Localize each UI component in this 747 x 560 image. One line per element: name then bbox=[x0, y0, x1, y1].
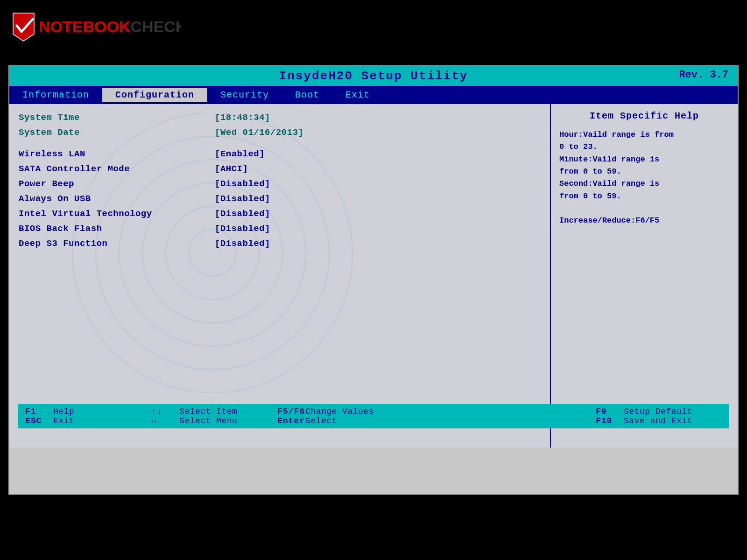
bios-title: InsydeH20 Setup Utility bbox=[279, 69, 468, 83]
sata-controller-label: SATA Controller Mode bbox=[19, 164, 215, 174]
menu-bar[interactable]: Information Configuration Security Boot … bbox=[9, 86, 738, 104]
key-updown: ↑↓ bbox=[151, 407, 179, 416]
system-time-value: [18:48:34] bbox=[215, 112, 270, 123]
help-title: Item Specific Help bbox=[559, 111, 729, 121]
svg-point-5 bbox=[142, 183, 282, 323]
wireless-lan-label: Wireless LAN bbox=[19, 149, 215, 159]
shortcut-row-1: F1 Help ↑↓ Select Item F5/F6 Change Valu… bbox=[25, 407, 722, 416]
bottom-bar: F1 Help ↑↓ Select Item F5/F6 Change Valu… bbox=[18, 404, 729, 428]
desc-save-exit: Save and Exit bbox=[624, 416, 708, 426]
content-area: System Time [18:48:34] System Date [Wed … bbox=[9, 104, 738, 448]
key-f1: F1 bbox=[25, 407, 53, 416]
bios-revision: Rev. 3.7 bbox=[679, 69, 728, 81]
bios-back-flash-value: [Disabled] bbox=[215, 224, 270, 234]
help-second: Second:Vaild range isfrom 0 to 59. bbox=[559, 179, 659, 200]
power-beep-row[interactable]: Power Beep [Disabled] bbox=[19, 179, 541, 189]
key-enter: Enter bbox=[277, 416, 305, 426]
system-date-row[interactable]: System Date [Wed 01/16/2013] bbox=[19, 127, 541, 138]
notebookcheck-logo: NOTEBOOK NOTEBOOKCHECK bbox=[8, 11, 181, 43]
menu-boot[interactable]: Boot bbox=[282, 88, 332, 102]
deep-s3-row[interactable]: Deep S3 Function [Disabled] bbox=[19, 238, 541, 249]
title-bar: InsydeH20 Setup Utility Rev. 3.7 bbox=[9, 66, 738, 86]
svg-point-7 bbox=[189, 230, 236, 276]
desc-setup-default: Setup Default bbox=[624, 407, 708, 416]
system-time-row[interactable]: System Time [18:48:34] bbox=[19, 112, 541, 123]
svg-marker-0 bbox=[13, 13, 34, 41]
desc-exit: Exit bbox=[53, 416, 137, 426]
bios-screen: InsydeH20 Setup Utility Rev. 3.7 Informa… bbox=[8, 65, 739, 495]
logo-area: NOTEBOOK NOTEBOOKCHECK bbox=[8, 8, 186, 46]
left-panel: System Time [18:48:34] System Date [Wed … bbox=[9, 104, 551, 448]
key-f9: F9 bbox=[596, 407, 624, 416]
system-date-value: [Wed 01/16/2013] bbox=[215, 127, 303, 138]
right-panel: Item Specific Help Hour:Vaild range is f… bbox=[551, 104, 738, 448]
desc-change-values: Change Values bbox=[305, 407, 389, 416]
key-f5f6: F5/F6 bbox=[277, 407, 305, 416]
menu-security[interactable]: Security bbox=[207, 88, 282, 102]
sata-controller-row[interactable]: SATA Controller Mode [AHCI] bbox=[19, 164, 541, 174]
desc-select: Select bbox=[305, 416, 389, 426]
always-on-usb-value: [Disabled] bbox=[215, 194, 270, 204]
always-on-usb-row[interactable]: Always On USB [Disabled] bbox=[19, 194, 541, 204]
help-hour: Hour:Vaild range is from0 to 23. bbox=[559, 130, 674, 151]
shortcut-row-2: ESC Exit ↔ Select Menu Enter Select F10 … bbox=[25, 416, 722, 426]
help-increase-reduce: Increase/Reduce:F6/F5 bbox=[559, 216, 659, 225]
system-date-label: System Date bbox=[19, 127, 215, 138]
menu-configuration[interactable]: Configuration bbox=[102, 88, 207, 102]
help-text: Hour:Vaild range is from0 to 23. Minute:… bbox=[559, 129, 729, 227]
menu-information[interactable]: Information bbox=[9, 88, 102, 102]
bios-back-flash-label: BIOS Back Flash bbox=[19, 224, 215, 234]
sata-controller-value: [AHCI] bbox=[215, 164, 248, 174]
desc-help: Help bbox=[53, 407, 137, 416]
power-beep-value: [Disabled] bbox=[215, 179, 270, 189]
intel-vt-row[interactable]: Intel Virtual Technology [Disabled] bbox=[19, 209, 541, 219]
intel-vt-label: Intel Virtual Technology bbox=[19, 209, 215, 219]
deep-s3-label: Deep S3 Function bbox=[19, 238, 215, 249]
intel-vt-value: [Disabled] bbox=[215, 209, 270, 219]
key-leftright: ↔ bbox=[151, 416, 179, 426]
wireless-lan-row[interactable]: Wireless LAN [Enabled] bbox=[19, 149, 541, 159]
key-f10: F10 bbox=[596, 416, 624, 426]
wireless-lan-value: [Enabled] bbox=[215, 149, 265, 159]
system-time-label: System Time bbox=[19, 112, 215, 123]
deep-s3-value: [Disabled] bbox=[215, 238, 270, 249]
menu-exit[interactable]: Exit bbox=[332, 88, 383, 102]
desc-select-menu: Select Menu bbox=[179, 416, 263, 426]
desc-select-item: Select Item bbox=[179, 407, 263, 416]
help-minute: Minute:Vaild range isfrom 0 to 59. bbox=[559, 155, 659, 176]
always-on-usb-label: Always On USB bbox=[19, 194, 215, 204]
svg-text:NOTEBOOKCHECK: NOTEBOOKCHECK bbox=[39, 18, 181, 35]
svg-point-6 bbox=[166, 206, 259, 300]
bios-back-flash-row[interactable]: BIOS Back Flash [Disabled] bbox=[19, 224, 541, 234]
key-esc: ESC bbox=[25, 416, 53, 426]
power-beep-label: Power Beep bbox=[19, 179, 215, 189]
